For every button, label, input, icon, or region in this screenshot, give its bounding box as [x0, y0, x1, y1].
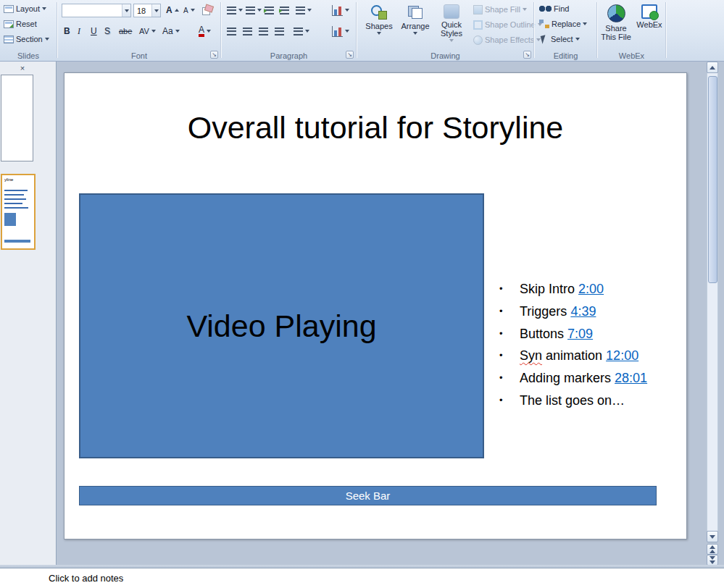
align-center-button[interactable] [241, 24, 254, 38]
align-right-button[interactable] [257, 24, 270, 38]
time-link[interactable]: 12:00 [606, 348, 638, 363]
bullet-item[interactable]: •Triggers 4:39 [499, 301, 689, 323]
bullets-button[interactable] [225, 3, 244, 17]
scrollbar-thumb[interactable] [708, 76, 717, 283]
vertical-scrollbar [707, 62, 718, 565]
quick-styles-button[interactable]: Quick Styles [434, 1, 469, 51]
text-direction-icon [332, 5, 343, 16]
seek-bar-shape[interactable]: Seek Bar [79, 486, 657, 505]
find-button[interactable]: Find [538, 1, 570, 16]
dropdown-icon [413, 32, 417, 35]
shapes-icon [370, 4, 388, 20]
layout-button[interactable]: Layout [2, 1, 48, 16]
next-slide-button[interactable] [707, 555, 718, 566]
arrange-icon [407, 4, 424, 20]
numbering-button[interactable] [244, 3, 263, 17]
group-separator [596, 2, 597, 58]
slide-thumbnail-selected[interactable]: yline [1, 174, 36, 250]
grow-font-button[interactable]: A [165, 3, 180, 17]
font-name-combo[interactable] [62, 4, 131, 17]
font-dialog-launcher[interactable]: ↘ [210, 51, 218, 59]
shape-fill-button[interactable]: Shape Fill [472, 2, 528, 17]
paragraph-dialog-launcher[interactable]: ↘ [346, 51, 354, 59]
reset-button[interactable]: Reset [2, 17, 38, 31]
thumbnail-text-line [4, 190, 28, 191]
workspace: × yline Overall tutorial for Storyline V… [0, 62, 724, 565]
time-link[interactable]: 28:01 [615, 371, 647, 385]
line-spacing-icon [296, 7, 305, 14]
scroll-down-button[interactable] [707, 531, 718, 542]
bullet-text: The list goes on… [520, 390, 689, 412]
bullet-item[interactable]: •Adding markers 28:01 [499, 367, 689, 390]
select-button-label: Select [551, 35, 573, 43]
grow-arrow-icon [175, 9, 179, 12]
dropdown-icon [377, 32, 381, 35]
select-button[interactable]: Select [538, 32, 581, 46]
shape-outline-icon [473, 20, 483, 30]
italic-button[interactable]: I [76, 24, 82, 38]
double-up-icon [710, 545, 715, 553]
notes-pane[interactable]: Click to add notes [0, 568, 724, 588]
character-spacing-button[interactable]: AV [138, 24, 157, 38]
time-link[interactable]: 4:39 [570, 304, 596, 319]
time-link[interactable]: 7:09 [567, 327, 593, 341]
line-spacing-button[interactable] [294, 3, 313, 17]
bullet-text: Triggers 4:39 [520, 301, 689, 323]
share-globe-icon [607, 4, 625, 22]
bullet-list[interactable]: •Skip Intro 2:00•Triggers 4:39•Buttons 7… [499, 278, 689, 412]
section-button[interactable]: Section [2, 32, 51, 46]
slide-thumbnail[interactable] [1, 75, 33, 161]
video-placeholder[interactable]: Video Playing [79, 193, 484, 458]
slides-group: Layout Reset Section Slides [0, 0, 57, 61]
bullet-text: Syn animation 12:00 [520, 345, 689, 367]
clear-formatting-button[interactable] [201, 3, 215, 17]
increase-indent-button[interactable] [278, 3, 291, 17]
bold-button[interactable]: B [62, 24, 72, 38]
font-color-button[interactable]: A [197, 24, 212, 38]
drawing-dialog-launcher[interactable]: ↘ [523, 51, 531, 59]
editing-group: Find Replace Select Editing [535, 0, 596, 61]
scroll-up-button[interactable] [707, 62, 718, 73]
thumbnail-video-box [4, 213, 16, 226]
dropdown-icon [45, 38, 49, 41]
font-size-combo[interactable]: 18 [133, 4, 161, 17]
justify-button[interactable] [273, 24, 286, 38]
bullet-item[interactable]: •Syn animation 12:00 [499, 345, 689, 367]
bullet-item[interactable]: •Buttons 7:09 [499, 323, 689, 345]
strikethrough-button[interactable]: abe [117, 24, 133, 38]
bullet-item[interactable]: •Skip Intro 2:00 [499, 278, 689, 301]
convert-to-smartart-button[interactable] [330, 24, 351, 38]
arrange-button[interactable]: Arrange [398, 1, 433, 51]
slide-canvas[interactable]: Overall tutorial for Storyline Video Pla… [64, 72, 687, 539]
quick-styles-button-label: Quick Styles [434, 20, 469, 38]
shrink-font-button[interactable]: A [182, 3, 196, 17]
text-direction-button[interactable] [330, 3, 351, 17]
shape-effects-icon [473, 35, 483, 45]
slide-title[interactable]: Overall tutorial for Storyline [65, 109, 686, 146]
underline-button[interactable]: U [89, 24, 99, 38]
shapes-button[interactable]: Shapes [362, 1, 396, 51]
decrease-indent-button[interactable] [263, 3, 275, 17]
change-case-button[interactable]: Aa [161, 24, 181, 38]
webex-button-label: WebEx [636, 20, 662, 29]
shape-outline-label: Shape Outline [485, 20, 536, 29]
share-this-file-button[interactable]: Share This File [599, 1, 633, 51]
bullet-item[interactable]: •The list goes on… [499, 390, 689, 412]
shape-outline-button[interactable]: Shape Outline [472, 17, 544, 32]
reset-icon [4, 20, 14, 28]
time-link[interactable]: 2:00 [578, 282, 604, 296]
shape-effects-button[interactable]: Shape Effects [472, 33, 542, 47]
scroll-up-icon [710, 66, 715, 70]
scrollbar-track[interactable] [707, 73, 718, 531]
group-separator [356, 2, 357, 58]
increase-indent-icon [280, 7, 289, 14]
columns-button[interactable] [292, 24, 311, 38]
replace-button[interactable]: Replace [538, 17, 588, 31]
text-shadow-button[interactable]: S [103, 24, 112, 38]
group-separator [220, 2, 221, 58]
align-left-button[interactable] [225, 24, 238, 38]
slides-pane-close-button[interactable]: × [17, 63, 28, 73]
slides-pane: × yline [0, 62, 57, 565]
previous-slide-button[interactable] [707, 544, 718, 555]
webex-button[interactable]: WebEx [634, 1, 665, 51]
